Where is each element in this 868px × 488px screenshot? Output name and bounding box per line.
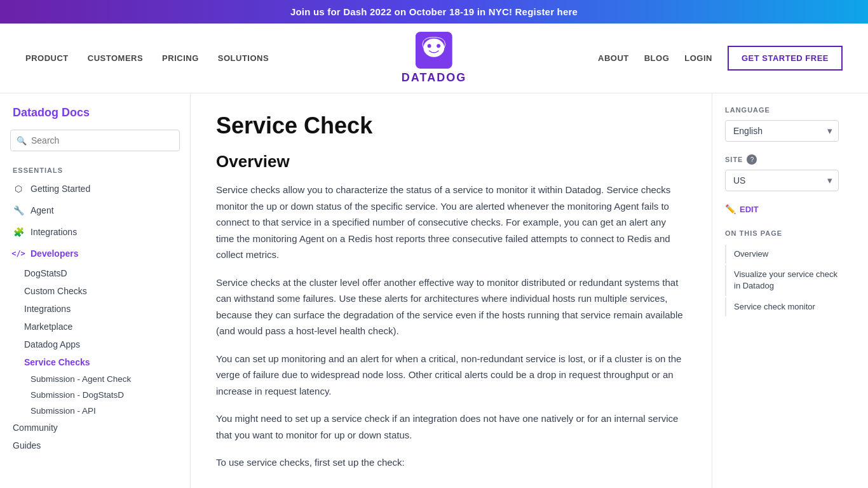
nav-logo[interactable]: DATADOG (402, 32, 466, 85)
submission-agent-label: Submission - Agent Check (31, 374, 131, 384)
getting-started-icon: ⬡ (13, 183, 24, 194)
banner-text: Join us for Dash 2022 on October 18-19 i… (290, 6, 578, 17)
integrations-sub-label: Integrations (24, 304, 71, 314)
sidebar-item-agent[interactable]: 🔧 Agent (0, 200, 190, 221)
sidebar-item-datadog-apps[interactable]: Datadog Apps (0, 336, 190, 353)
search-input[interactable] (10, 130, 180, 151)
custom-checks-label: Custom Checks (24, 286, 87, 296)
toc-item-overview[interactable]: Overview (725, 245, 839, 264)
language-label: LANGUAGE (725, 106, 839, 114)
nav-blog[interactable]: BLOG (644, 53, 670, 63)
toc-item-service-check-monitor[interactable]: Service check monitor (725, 297, 839, 316)
dogstatsd-label: DogStatsD (24, 268, 67, 278)
sidebar-item-developers[interactable]: </> Developers (0, 243, 190, 264)
sidebar-label-integrations: Integrations (31, 227, 77, 237)
overview-heading: Overview (216, 152, 686, 172)
nav-about[interactable]: ABOUT (598, 53, 629, 63)
sidebar-item-custom-checks[interactable]: Custom Checks (0, 282, 190, 300)
content-para-5: To use service checks, first set up the … (216, 454, 686, 471)
site-label: SITE (725, 156, 743, 163)
sidebar-label-agent: Agent (31, 205, 54, 215)
content-para-3: You can set up monitoring and an alert f… (216, 351, 686, 400)
sidebar-item-dogstatsd[interactable]: DogStatsD (0, 264, 190, 282)
integrations-icon: 🧩 (13, 226, 24, 238)
site-label-row: SITE ? (725, 154, 839, 165)
sidebar-item-service-checks[interactable]: Service Checks (0, 353, 190, 371)
svg-point-1 (424, 39, 445, 57)
nav-right: ABOUT BLOG LOGIN GET STARTED FREE (598, 46, 843, 71)
edit-label: EDIT (740, 205, 759, 214)
svg-point-2 (428, 44, 431, 48)
nav-links-right: ABOUT BLOG LOGIN (598, 53, 712, 63)
content-para-4: You might need to set up a service check… (216, 410, 686, 443)
site-select[interactable]: US EU US1-FED US3 US5 (725, 170, 839, 191)
page-layout: Datadog Docs 🔍 ESSENTIALS ⬡ Getting Star… (0, 93, 868, 488)
guides-label: Guides (13, 440, 41, 451)
right-sidebar: LANGUAGE English Japanese French Spanish… (712, 93, 851, 488)
toc-item-visualize[interactable]: Visualize your service check in Datadog (725, 265, 839, 295)
content-para-1: Service checks allow you to characterize… (216, 182, 686, 263)
sidebar-item-integrations[interactable]: 🧩 Integrations (0, 221, 190, 243)
sidebar-item-marketplace[interactable]: Marketplace (0, 318, 190, 336)
nav-login[interactable]: LOGIN (684, 53, 712, 63)
datadog-logo-icon (416, 32, 452, 69)
datadog-apps-label: Datadog Apps (24, 339, 80, 349)
service-checks-label: Service Checks (24, 357, 90, 367)
submission-api-label: Submission - API (31, 406, 96, 416)
sidebar-item-submission-dogstatsd[interactable]: Submission - DogStatsD (0, 387, 190, 403)
search-icon: 🔍 (17, 136, 27, 146)
svg-point-3 (437, 44, 440, 48)
sidebar-item-community[interactable]: Community (0, 419, 190, 437)
sidebar: Datadog Docs 🔍 ESSENTIALS ⬡ Getting Star… (0, 93, 191, 488)
language-select[interactable]: English Japanese French Spanish (725, 120, 839, 142)
agent-icon: 🔧 (13, 205, 24, 216)
nav-product[interactable]: PRODUCT (25, 53, 69, 63)
submission-dogstatsd-label: Submission - DogStatsD (31, 390, 124, 400)
page-title: Service Check (216, 112, 686, 139)
developers-icon: </> (13, 248, 24, 259)
on-this-page-label: ON THIS PAGE (725, 229, 839, 237)
sidebar-item-guides[interactable]: Guides (0, 437, 190, 454)
logo-text: DATADOG (402, 71, 466, 85)
main-nav: PRODUCT CUSTOMERS PRICING SOLUTIONS DATA… (0, 24, 868, 93)
sidebar-section-essentials: ESSENTIALS (0, 161, 190, 178)
sidebar-label-developers: Developers (31, 248, 78, 259)
nav-pricing[interactable]: PRICING (162, 53, 199, 63)
sidebar-item-submission-agent[interactable]: Submission - Agent Check (0, 371, 190, 387)
main-content: Service Check Overview Service checks al… (191, 93, 712, 488)
sidebar-item-submission-api[interactable]: Submission - API (0, 403, 190, 419)
sidebar-item-getting-started[interactable]: ⬡ Getting Started (0, 178, 190, 200)
language-select-wrapper: English Japanese French Spanish ▾ (725, 120, 839, 142)
sidebar-label-getting-started: Getting Started (31, 184, 90, 194)
get-started-button[interactable]: GET STARTED FREE (728, 46, 843, 71)
nav-customers[interactable]: CUSTOMERS (88, 53, 143, 63)
sidebar-title[interactable]: Datadog Docs (0, 106, 190, 130)
edit-link[interactable]: ✏️ EDIT (725, 204, 839, 214)
site-select-wrapper: US EU US1-FED US3 US5 ▾ (725, 170, 839, 191)
community-label: Community (13, 423, 58, 433)
nav-links-left: PRODUCT CUSTOMERS PRICING SOLUTIONS (25, 53, 269, 63)
marketplace-label: Marketplace (24, 322, 72, 332)
edit-pencil-icon: ✏️ (725, 204, 736, 214)
nav-solutions[interactable]: SOLUTIONS (218, 53, 269, 63)
sidebar-search-wrapper: 🔍 (10, 130, 180, 151)
top-banner: Join us for Dash 2022 on October 18-19 i… (0, 0, 868, 24)
sidebar-item-integrations-sub[interactable]: Integrations (0, 300, 190, 318)
content-para-2: Service checks at the cluster level offe… (216, 274, 686, 339)
site-help-icon[interactable]: ? (747, 154, 757, 165)
